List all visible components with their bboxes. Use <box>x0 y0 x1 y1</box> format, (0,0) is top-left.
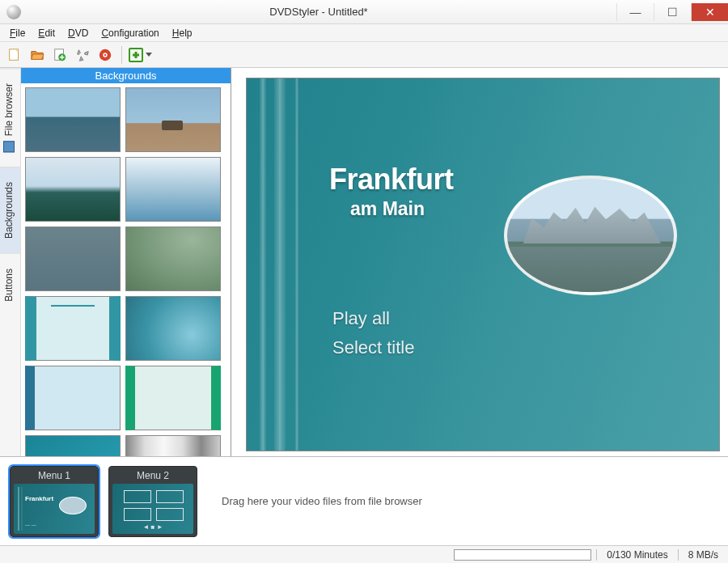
menubar: File Edit DVD Configuration Help <box>0 24 728 42</box>
app-icon <box>6 5 21 19</box>
menu-subtitle[interactable]: am Main <box>350 198 425 220</box>
tab-backgrounds[interactable]: Backgrounds <box>0 167 20 253</box>
menu-thumb-label: Menu 2 <box>112 470 193 481</box>
window-controls: — ☐ ✕ <box>616 3 728 21</box>
bg-thumb[interactable] <box>125 366 221 430</box>
svg-point-5 <box>104 53 106 55</box>
menu-dvd[interactable]: DVD <box>61 26 95 40</box>
menu-thumbnail-2[interactable]: Menu 2 ◄ ■ ► <box>108 466 197 537</box>
menu-configuration[interactable]: Configuration <box>95 26 165 40</box>
menu-preview[interactable]: Frankfurt am Main Play all Select title <box>246 78 720 451</box>
menu-thumbnail-1[interactable]: Menu 1 Frankfurt— — <box>10 466 99 537</box>
new-project-button[interactable] <box>5 45 24 65</box>
toolbar <box>0 42 728 68</box>
bg-thumb[interactable] <box>125 435 221 456</box>
drag-hint-text: Drag here your video files from file bro… <box>202 495 723 507</box>
tab-file-browser[interactable]: File browser <box>0 68 20 167</box>
backgrounds-list[interactable] <box>21 83 231 456</box>
bg-thumb[interactable] <box>25 87 121 152</box>
menu-help[interactable]: Help <box>166 26 199 40</box>
tab-buttons[interactable]: Buttons <box>0 253 20 316</box>
plus-icon <box>129 48 143 62</box>
status-minutes: 0/130 Minutes <box>596 549 677 561</box>
menu-title[interactable]: Frankfurt <box>329 163 454 197</box>
menu-button-select-title[interactable]: Select title <box>332 337 415 358</box>
save-project-button[interactable] <box>50 45 70 65</box>
close-button[interactable]: ✕ <box>691 3 728 21</box>
decor-stripe <box>260 78 266 451</box>
menu-thumb-label: Menu 1 <box>14 470 95 481</box>
burn-disc-button[interactable] <box>95 45 115 65</box>
backgrounds-panel: Backgrounds <box>21 68 231 456</box>
menu-file[interactable]: File <box>3 26 32 40</box>
menu-thumb-preview: Frankfurt— — <box>14 484 95 534</box>
bg-thumb[interactable] <box>25 366 121 430</box>
bg-thumb[interactable] <box>125 296 221 361</box>
bg-thumb[interactable] <box>125 157 221 222</box>
side-tabs: File browser Backgrounds Buttons <box>0 68 21 456</box>
open-project-button[interactable] <box>28 45 47 65</box>
status-bitrate: 8 MB/s <box>678 549 728 561</box>
toolbar-separator <box>121 46 122 64</box>
maximize-button[interactable]: ☐ <box>654 3 691 21</box>
bg-thumb[interactable] <box>125 226 221 291</box>
preview-wrap: Frankfurt am Main Play all Select title <box>231 68 728 456</box>
menu-thumb-preview: ◄ ■ ► <box>112 484 193 534</box>
statusbar: 0/130 Minutes 8 MB/s <box>0 545 728 563</box>
bg-thumb[interactable] <box>25 435 121 456</box>
bg-thumb[interactable] <box>25 157 121 222</box>
bg-thumb[interactable] <box>25 296 121 361</box>
chevron-down-icon <box>146 53 152 57</box>
menu-edit[interactable]: Edit <box>32 26 61 40</box>
bg-thumb[interactable] <box>125 87 221 152</box>
minimize-button[interactable]: — <box>616 3 654 21</box>
menu-image-oval[interactable] <box>504 176 677 295</box>
window-title: DVDStyler - Untitled* <box>21 6 616 18</box>
panel-header: Backgrounds <box>21 68 231 83</box>
settings-button[interactable] <box>73 45 92 65</box>
menu-button-play-all[interactable]: Play all <box>332 308 390 329</box>
timeline-strip[interactable]: Menu 1 Frankfurt— — Menu 2 ◄ ■ ► Drag he… <box>0 456 728 545</box>
decor-stripe <box>295 78 298 451</box>
disc-usage-progress <box>454 549 591 561</box>
add-dropdown-button[interactable] <box>129 45 156 65</box>
folder-icon <box>3 141 15 152</box>
main-area: File browser Backgrounds Buttons Backgro… <box>0 68 728 456</box>
titlebar: DVDStyler - Untitled* — ☐ ✕ <box>0 0 728 24</box>
decor-stripe <box>274 78 286 451</box>
bg-thumb[interactable] <box>25 226 121 291</box>
